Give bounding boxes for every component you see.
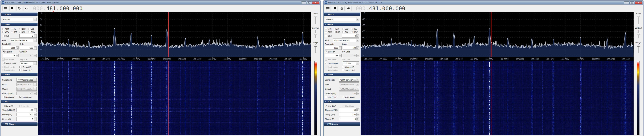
audio-output-select[interactable]: [MME] Microsoft Soun▼ (339, 87, 359, 91)
squelch-input[interactable]: 75 ▲▼ (2, 54, 19, 57)
source-panel-header[interactable]: ▼ Source (324, 13, 360, 16)
spinner-up-icon[interactable]: ▲ (339, 46, 341, 48)
audio-input-select[interactable]: [MME] Microsoft Soun▼ (339, 83, 359, 86)
mode-radio-raw[interactable]: RAW (351, 31, 360, 33)
decay-input[interactable]: 100 ▲▼ (16, 113, 37, 116)
correct-iq-checkbox[interactable]: Correct IQ (20, 66, 32, 68)
mode-radio-usb[interactable]: USB (351, 28, 360, 30)
filter-select[interactable]: Blackman-Harris 4 ▼ (10, 39, 37, 42)
slider-thumb[interactable] (637, 45, 640, 47)
use-hang-checkbox[interactable]: Use Hang (342, 105, 354, 107)
chevron-down-icon[interactable]: ▼ (356, 83, 359, 86)
shift-input[interactable]: 0 ▲▼ (20, 34, 37, 38)
unity-gain-checkbox[interactable]: Unity Gain (2, 96, 14, 98)
radio-panel-header[interactable]: ▼ Radio (324, 23, 360, 26)
frequency-display[interactable]: 000.481.000.000 (356, 6, 406, 12)
spinner-up-icon[interactable]: ▲ (34, 113, 36, 115)
close-button[interactable] (635, 2, 642, 4)
spinner-down-icon[interactable]: ▼ (356, 119, 359, 121)
slider-thumb[interactable] (637, 33, 640, 35)
filter-audio-checkbox[interactable]: Filter Audio (20, 96, 32, 98)
audio-button[interactable] (23, 6, 29, 11)
spinner-down-icon[interactable]: ▼ (339, 48, 341, 49)
chevron-down-icon[interactable]: ▼ (356, 18, 359, 21)
samplerate-select[interactable]: 48000 sample/sec▼ (16, 78, 37, 82)
frequency-leading-zeros[interactable]: 000. (33, 6, 46, 12)
mode-radio-raw[interactable]: RAW (28, 31, 37, 33)
chevron-down-icon[interactable]: ▼ (356, 39, 359, 42)
use-hang-checkbox[interactable]: Use Hang (20, 105, 31, 107)
spinner-down-icon[interactable]: ▼ (356, 56, 359, 57)
zoom-slider[interactable] (314, 15, 318, 24)
shift-input[interactable]: 0 ▲▼ (342, 34, 359, 38)
spinner-up-icon[interactable]: ▲ (34, 34, 36, 36)
mode-radio-dsb[interactable]: DSB (11, 31, 20, 33)
lock-carrier-checkbox[interactable]: Lock carrier (325, 66, 338, 68)
spinner-down-icon[interactable]: ▼ (356, 48, 359, 49)
zoom-slider[interactable] (636, 15, 640, 24)
slope-input[interactable]: 0 ▲▼ (16, 117, 37, 121)
filter-select[interactable]: Blackman-Harris 4 ▼ (333, 39, 359, 42)
mode-radio-lsb[interactable]: LSB (342, 28, 351, 30)
spinner-up-icon[interactable]: ▲ (34, 54, 36, 56)
spectrum-display[interactable] (360, 12, 634, 57)
spinner-down-icon[interactable]: ▼ (34, 93, 36, 95)
audio-output-select[interactable]: [MME] Microsoft Soun▼ (16, 87, 37, 91)
step-size-select[interactable]: 12.5 kHz ▼ (343, 61, 359, 65)
settings-button[interactable] (16, 6, 22, 11)
spinner-up-icon[interactable]: ▲ (356, 92, 359, 93)
spinner-up-icon[interactable]: ▲ (356, 108, 359, 110)
step-size-select[interactable]: 12.5 kHz ▼ (20, 61, 37, 65)
minimize-button[interactable] (624, 2, 629, 4)
frequency-leading-zeros[interactable]: 000. (356, 6, 369, 12)
fft-display-panel-header[interactable]: ▼ FFT Display (324, 122, 360, 126)
minimize-button[interactable] (301, 2, 306, 4)
menu-button[interactable] (325, 6, 331, 11)
cw-shift-input[interactable]: 600 ▲▼ (343, 54, 359, 57)
chevron-down-icon[interactable]: ▼ (34, 39, 36, 42)
mode-radio-cw[interactable]: CW (20, 31, 28, 33)
spinner-down-icon[interactable]: ▼ (34, 36, 36, 37)
chevron-down-icon[interactable]: ▼ (34, 87, 36, 90)
spinner-up-icon[interactable]: ▲ (16, 46, 18, 48)
squelch-input[interactable]: 75 ▲▼ (325, 54, 342, 57)
spinner-up-icon[interactable]: ▲ (356, 117, 359, 119)
use-agc-checkbox[interactable]: Use AGC (325, 105, 336, 107)
spinner-up-icon[interactable]: ▲ (34, 92, 36, 93)
spinner-down-icon[interactable]: ▼ (16, 56, 18, 57)
agc-panel-header[interactable]: ▼ AGC (2, 100, 38, 103)
slider-thumb[interactable] (637, 15, 640, 17)
spinner-down-icon[interactable]: ▼ (34, 115, 36, 116)
spinner-down-icon[interactable]: ▼ (34, 110, 36, 112)
frequency-display[interactable]: 000.481.000.000 (33, 6, 83, 12)
correct-iq-checkbox[interactable]: Correct IQ (342, 66, 354, 68)
range-slider[interactable] (314, 44, 318, 53)
chevron-down-icon[interactable]: ▼ (356, 87, 359, 90)
close-button[interactable] (312, 2, 320, 4)
spinner-up-icon[interactable]: ▲ (356, 54, 359, 56)
spinner-down-icon[interactable]: ▼ (16, 48, 18, 49)
audio-panel-header[interactable]: ▼ Audio (324, 73, 360, 76)
spinner-up-icon[interactable]: ▲ (16, 54, 18, 56)
unity-gain-checkbox[interactable]: Unity Gain (325, 96, 337, 98)
stop-button[interactable] (332, 6, 338, 11)
mode-radio-dsb[interactable]: DSB (334, 31, 342, 33)
filter-audio-checkbox[interactable]: Filter Audio (342, 96, 355, 98)
spinner-down-icon[interactable]: ▼ (356, 110, 359, 112)
cw-shift-input[interactable]: 600 ▲▼ (20, 54, 37, 57)
anti-fading-checkbox[interactable]: Anti-Fading (2, 69, 15, 71)
fft-display-panel-header[interactable]: ▼ FFT Display (2, 122, 38, 126)
order-input[interactable]: 500 ▲▼ (20, 46, 37, 50)
mode-radio-lsb[interactable]: LSB (20, 28, 28, 30)
source-panel-header[interactable]: ▼ Source (2, 13, 38, 16)
fm-stereo-checkbox[interactable]: FM Stereo (2, 58, 14, 60)
frequency-scale[interactable]: 476.437M477.000M477.562M478.125M478.687M… (360, 57, 634, 61)
slider-thumb[interactable] (314, 15, 317, 17)
chevron-down-icon[interactable]: ▼ (34, 83, 36, 86)
squelch-checkbox[interactable]: Squelch (2, 51, 12, 53)
anti-fading-checkbox[interactable]: Anti-Fading (325, 69, 338, 71)
contrast-slider[interactable] (636, 29, 640, 39)
title-bar[interactable]: SDR# v1.0.0.1328 - IQ Imbalance Gain = 1… (324, 1, 643, 5)
agc-panel-header[interactable]: ▼ AGC (324, 100, 360, 103)
mode-radio-am[interactable]: AM (334, 28, 342, 30)
